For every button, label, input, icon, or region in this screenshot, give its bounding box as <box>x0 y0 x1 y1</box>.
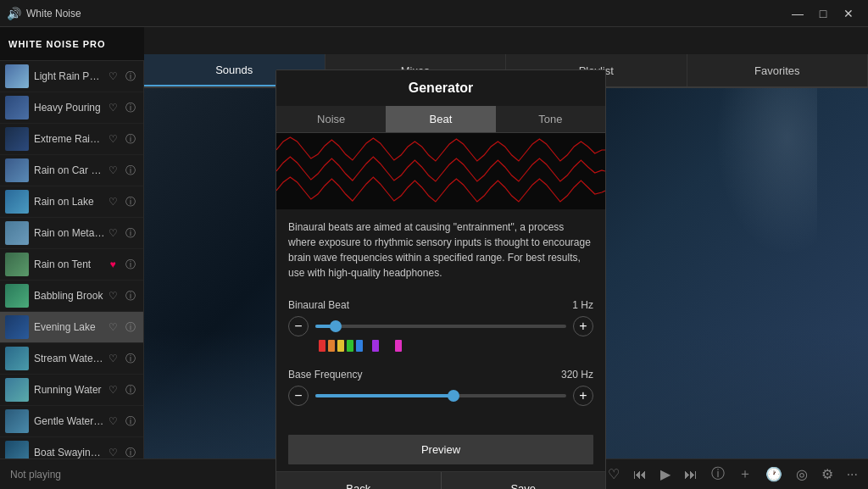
status-controls: ♡ ⏮ ▶ ⏭ ⓘ ＋ 🕐 ◎ ⚙ ··· <box>608 465 858 483</box>
binaural-beat-header: Binaural Beat 1 Hz <box>288 299 593 311</box>
generator-description: Binaural beats are aimed at causing "ent… <box>276 209 605 291</box>
title-bar-left: 🔊 White Noise <box>7 7 81 20</box>
info-metal-roof[interactable]: ⓘ <box>123 225 138 241</box>
info-car-roof[interactable]: ⓘ <box>123 163 138 178</box>
favorite-tent[interactable]: ♥ <box>105 257 120 272</box>
thumb-waterfall <box>5 409 29 433</box>
binaural-beat-increase[interactable]: + <box>573 316 593 336</box>
info-running-water[interactable]: ⓘ <box>123 382 138 397</box>
marker-red <box>319 340 326 352</box>
info-stream[interactable]: ⓘ <box>123 351 138 366</box>
title-bar: 🔊 White Noise — □ ✕ <box>0 0 868 27</box>
label-brook: Babbling Brook <box>34 290 105 302</box>
waveform-display <box>276 133 605 209</box>
base-freq-thumb[interactable] <box>448 390 459 402</box>
info-tent[interactable]: ⓘ <box>123 257 138 272</box>
color-markers <box>288 336 593 355</box>
thumb-extreme-rain <box>5 127 29 151</box>
favorite-light-rain[interactable]: ♡ <box>105 69 120 84</box>
favorite-running-water[interactable]: ♡ <box>105 382 120 397</box>
marker-green <box>347 340 353 352</box>
sidebar-item-car-roof[interactable]: Rain on Car Roof ♡ ⓘ <box>0 155 143 186</box>
close-button[interactable]: ✕ <box>836 5 861 22</box>
status-heart-btn[interactable]: ♡ <box>608 466 620 482</box>
description-text: Binaural beats are aimed at causing "ent… <box>288 221 591 279</box>
favorite-boat[interactable]: ♡ <box>105 445 120 458</box>
maximize-button[interactable]: □ <box>810 5 836 22</box>
thumb-metal-roof <box>5 221 29 245</box>
label-running-water: Running Water <box>34 384 105 396</box>
save-button[interactable]: Save <box>441 472 606 489</box>
info-boat[interactable]: ⓘ <box>123 445 138 458</box>
base-frequency-label: Base Frequency <box>288 369 362 381</box>
base-freq-increase[interactable]: + <box>573 386 593 406</box>
base-freq-decrease[interactable]: − <box>288 386 309 406</box>
sidebar-item-stream[interactable]: Stream Water Flowing ♡ ⓘ <box>0 343 143 375</box>
status-add-btn[interactable]: ＋ <box>738 465 752 483</box>
favorite-metal-roof[interactable]: ♡ <box>105 225 120 241</box>
sidebar-item-brook[interactable]: Babbling Brook ♡ ⓘ <box>0 281 143 312</box>
binaural-beat-track[interactable] <box>315 325 566 328</box>
status-info-btn[interactable]: ⓘ <box>711 465 725 483</box>
info-light-rain[interactable]: ⓘ <box>123 69 138 84</box>
base-freq-fill <box>315 394 453 397</box>
status-more-btn[interactable]: ··· <box>847 467 858 482</box>
preview-button[interactable]: Preview <box>288 435 593 464</box>
favorite-brook[interactable]: ♡ <box>105 288 120 303</box>
base-frequency-row: Base Frequency 320 Hz − + <box>288 369 593 406</box>
sidebar-item-evening-lake[interactable]: Evening Lake ♡ ⓘ <box>0 312 143 343</box>
gen-tab-beat[interactable]: Beat <box>386 106 495 132</box>
gen-tab-tone[interactable]: Tone <box>496 106 605 132</box>
thumb-light-rain <box>5 64 29 88</box>
favorite-stream[interactable]: ♡ <box>105 351 120 366</box>
sidebar-item-lake[interactable]: Rain on Lake ♡ ⓘ <box>0 186 143 218</box>
status-skip-forward-btn[interactable]: ⏭ <box>684 467 698 482</box>
sidebar-item-extreme-rain[interactable]: Extreme Rain Pouring ♡ ⓘ <box>0 124 143 155</box>
favorite-car-roof[interactable]: ♡ <box>105 163 120 178</box>
status-play-btn[interactable]: ▶ <box>660 466 670 482</box>
marker-yellow <box>337 340 344 352</box>
tab-favorites[interactable]: Favorites <box>687 54 869 86</box>
status-eye-btn[interactable]: ◎ <box>796 466 808 482</box>
info-waterfall[interactable]: ⓘ <box>123 414 138 429</box>
base-frequency-controls: − + <box>288 386 593 406</box>
sidebar-item-running-water[interactable]: Running Water ♡ ⓘ <box>0 375 143 406</box>
info-lake[interactable]: ⓘ <box>123 194 138 209</box>
favorite-extreme-rain[interactable]: ♡ <box>105 131 120 147</box>
marker-pink <box>395 340 402 352</box>
brand-title: WHITE NOISE PRO <box>8 39 106 49</box>
sidebar-item-light-rain[interactable]: Light Rain Pouring ♡ ⓘ <box>0 61 143 92</box>
sidebar-item-tent[interactable]: Rain on Tent ♥ ⓘ <box>0 249 143 281</box>
info-extreme-rain[interactable]: ⓘ <box>123 131 138 147</box>
binaural-beat-decrease[interactable]: − <box>288 316 309 336</box>
info-heavy-rain[interactable]: ⓘ <box>123 100 138 115</box>
favorite-evening-lake[interactable]: ♡ <box>105 320 120 335</box>
favorite-lake[interactable]: ♡ <box>105 194 120 209</box>
thumb-lake <box>5 190 29 214</box>
marker-purple <box>372 340 379 352</box>
sidebar-item-heavy-rain[interactable]: Heavy Pouring ♡ ⓘ <box>0 92 143 124</box>
binaural-beat-label: Binaural Beat <box>288 299 349 311</box>
generator-title: Generator <box>276 70 605 106</box>
thumb-heavy-rain <box>5 96 29 119</box>
minimize-button[interactable]: — <box>785 5 810 22</box>
sidebar-item-boat[interactable]: Boat Swaying in Water ♡ ⓘ <box>0 437 143 458</box>
sidebar-item-metal-roof[interactable]: Rain on Metal Roof ♡ ⓘ <box>0 218 143 249</box>
binaural-beat-value: 1 Hz <box>572 299 593 311</box>
favorite-waterfall[interactable]: ♡ <box>105 414 120 429</box>
gen-tab-noise[interactable]: Noise <box>276 106 386 132</box>
info-evening-lake[interactable]: ⓘ <box>123 320 138 335</box>
thumb-boat <box>5 441 29 458</box>
sidebar-item-waterfall[interactable]: Gentle Waterfall ♡ ⓘ <box>0 406 143 437</box>
status-skip-back-btn[interactable]: ⏮ <box>633 467 647 482</box>
binaural-beat-thumb[interactable] <box>330 320 342 332</box>
base-freq-track[interactable] <box>315 394 566 397</box>
back-button[interactable]: Back <box>276 472 441 489</box>
favorite-heavy-rain[interactable]: ♡ <box>105 100 120 115</box>
label-lake: Rain on Lake <box>34 196 105 208</box>
status-clock-btn[interactable]: 🕐 <box>765 466 782 482</box>
generator-tabs: Noise Beat Tone <box>276 106 605 133</box>
info-brook[interactable]: ⓘ <box>123 288 138 303</box>
label-evening-lake: Evening Lake <box>34 321 105 333</box>
status-settings-btn[interactable]: ⚙ <box>821 466 833 482</box>
